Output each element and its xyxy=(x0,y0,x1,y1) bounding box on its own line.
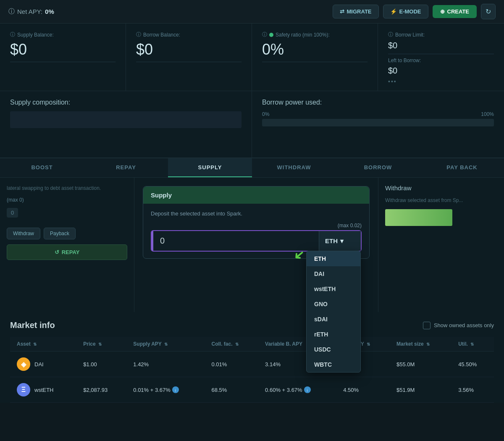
token-option-gno[interactable]: GNO xyxy=(307,297,360,312)
tab-payback[interactable]: PAY BACK xyxy=(420,158,504,177)
composition-bar xyxy=(10,111,242,128)
right-panel: Withdraw Withdraw selected asset from Sp… xyxy=(378,178,504,312)
net-apy-display: ⓘ Net APY: 0% xyxy=(8,8,54,16)
info-icon-limit: ⓘ xyxy=(388,31,393,38)
col-asset[interactable]: Asset ⇅ xyxy=(10,337,76,352)
col-market-size[interactable]: Market size ⇅ xyxy=(390,337,452,352)
tab-boost[interactable]: BOOST xyxy=(0,158,84,177)
variable-apy-wsteth: 0.60% + 3.67% ↓ xyxy=(258,377,336,403)
supply-modal: Supply Deposit the selected asset into S… xyxy=(143,186,370,259)
net-apy-label: Net APY: xyxy=(17,8,42,15)
max-label: (max 0) xyxy=(7,197,127,203)
repay-button[interactable]: ↺ REPAY xyxy=(7,244,127,260)
selected-token-label: ETH xyxy=(325,237,338,244)
safety-ratio-value: 0% xyxy=(262,41,368,58)
top-bar: ⓘ Net APY: 0% ⇄ MIGRATE ⚡ E-MODE ⊕ CREAT… xyxy=(0,0,504,24)
asset-cell-dai: ◈ DAI xyxy=(10,352,76,377)
main-content: lateral swapping to debt asset transacti… xyxy=(0,178,504,312)
down-icon-variable: ↓ xyxy=(304,386,311,393)
col-supply-apy[interactable]: Supply APY ⇅ xyxy=(126,337,205,352)
table-header-row: Asset ⇅ Price ⇅ Supply APY ⇅ Coll. fac. … xyxy=(10,337,494,352)
col-coll-fac[interactable]: Coll. fac. ⇅ xyxy=(205,337,258,352)
borrow-limit-value: $0 xyxy=(388,41,397,50)
tab-supply[interactable]: SUPPLY xyxy=(168,158,252,177)
emode-button[interactable]: ⚡ E-MODE xyxy=(383,5,428,18)
market-size-wsteth: $51.9M xyxy=(390,377,452,403)
token-option-eth[interactable]: ETH xyxy=(307,251,360,266)
right-panel-desc: Withdraw selected asset from Sp... xyxy=(385,197,497,204)
token-option-wbtc[interactable]: WBTC xyxy=(307,357,360,372)
token-option-dai[interactable]: DAI xyxy=(307,266,360,281)
create-button[interactable]: ⊕ CREATE xyxy=(433,5,477,18)
coll-fac-wsteth: 68.5% xyxy=(205,377,258,403)
show-owned-checkbox[interactable] xyxy=(423,322,430,329)
progress-track xyxy=(262,119,494,126)
top-bar-actions: ⇄ MIGRATE ⚡ E-MODE ⊕ CREATE ↻ xyxy=(333,4,496,19)
price-dai: $1.00 xyxy=(76,352,126,377)
token-option-usdc[interactable]: USDC xyxy=(307,342,360,357)
withdraw-button[interactable]: Withdraw xyxy=(7,228,40,239)
left-to-borrow-label: Left to Borrow: xyxy=(388,58,494,63)
borrow-balance-value: $0 xyxy=(136,41,242,58)
dai-icon: ◈ xyxy=(17,357,30,371)
tab-repay[interactable]: REPAY xyxy=(84,158,168,177)
safety-ratio-block: ⓘ Safety ratio (min 100%): 0% xyxy=(252,24,378,91)
max-hint: (max 0.02) xyxy=(151,223,362,228)
market-info-header: Market info Show owned assets only xyxy=(10,320,494,330)
left-buttons: Withdraw Payback xyxy=(7,228,127,239)
tab-borrow[interactable]: BORROW xyxy=(336,158,420,177)
left-panel: lateral swapping to debt asset transacti… xyxy=(0,178,134,312)
left-to-borrow-value: $0 xyxy=(388,66,397,76)
supply-modal-header: Supply xyxy=(143,186,369,204)
lower-stats: Supply composition: Borrow power used: 0… xyxy=(0,91,504,158)
show-owned-label[interactable]: Show owned assets only xyxy=(423,322,494,329)
net-apy-value: 0% xyxy=(45,8,54,15)
emode-icon: ⚡ xyxy=(390,8,397,15)
token-option-sdai[interactable]: sDAI xyxy=(307,312,360,327)
borrow-limit-label: ⓘ Borrow Limit: xyxy=(388,31,494,38)
supply-amount-input[interactable] xyxy=(153,231,319,251)
token-dropdown: ETH DAI wstETH GNO sDAI rETH USDC WBTC xyxy=(306,251,361,373)
zero-badge: 0 xyxy=(7,208,18,218)
market-info-section: Market info Show owned assets only Asset… xyxy=(0,312,504,403)
market-table: Asset ⇅ Price ⇅ Supply APY ⇅ Coll. fac. … xyxy=(10,337,494,403)
table-row: Ξ wstETH $2,087.93 0.01% + 3.67% ↓ 68.5%… xyxy=(10,377,494,403)
right-panel-title: Withdraw xyxy=(385,184,497,192)
refresh-button[interactable]: ↻ xyxy=(481,4,496,19)
stats-panel: ⓘ Supply Balance: $0 ⓘ Borrow Balance: $… xyxy=(0,24,504,91)
token-option-reth[interactable]: rETH xyxy=(307,327,360,342)
util-dai: 45.50% xyxy=(452,352,494,377)
progress-right-label: 100% xyxy=(481,111,494,117)
info-icon-borrow: ⓘ xyxy=(136,31,141,38)
supply-balance-label: ⓘ Supply Balance: xyxy=(10,31,116,38)
safety-dot xyxy=(269,33,273,37)
progress-bar-container: 0% 100% xyxy=(262,111,494,126)
safety-ratio-label: ⓘ Safety ratio (min 100%): xyxy=(262,31,368,38)
chevron-down-icon: ▾ xyxy=(340,237,344,245)
progress-left-label: 0% xyxy=(262,111,269,117)
token-option-wsteth[interactable]: wstETH xyxy=(307,281,360,297)
supply-description: Deposit the selected asset into Spark. xyxy=(151,210,362,217)
repay-icon: ↺ xyxy=(55,249,59,255)
token-select-button[interactable]: ETH ▾ ETH DAI wstETH GNO sDAI rETH USDC … xyxy=(319,231,361,251)
col-util[interactable]: Util. ⇅ xyxy=(452,337,494,352)
borrow-power-title: Borrow power used: xyxy=(262,99,494,106)
borrow-power-block: Borrow power used: 0% 100% xyxy=(252,91,504,158)
payback-button[interactable]: Payback xyxy=(44,228,76,239)
coll-fac-dai: 0.01% xyxy=(205,352,258,377)
center-panel: Supply Deposit the selected asset into S… xyxy=(134,178,378,312)
left-panel-text: lateral swapping to debt asset transacti… xyxy=(7,184,127,192)
composition-title: Supply composition: xyxy=(10,99,242,106)
col-price[interactable]: Price ⇅ xyxy=(76,337,126,352)
util-wsteth: 3.56% xyxy=(452,377,494,403)
market-size-dai: $55.0M xyxy=(390,352,452,377)
show-owned-text: Show owned assets only xyxy=(434,322,494,328)
supply-input-row: ETH ▾ ETH DAI wstETH GNO sDAI rETH USDC … xyxy=(151,230,362,252)
market-info-title: Market info xyxy=(10,320,55,330)
migrate-icon: ⇄ xyxy=(340,8,344,15)
tab-withdraw[interactable]: WITHDRAW xyxy=(252,158,336,177)
migrate-button[interactable]: ⇄ MIGRATE xyxy=(333,5,379,18)
withdraw-bar xyxy=(385,209,452,226)
info-icon-supply: ⓘ xyxy=(10,31,15,38)
plus-icon: ⊕ xyxy=(440,8,445,15)
